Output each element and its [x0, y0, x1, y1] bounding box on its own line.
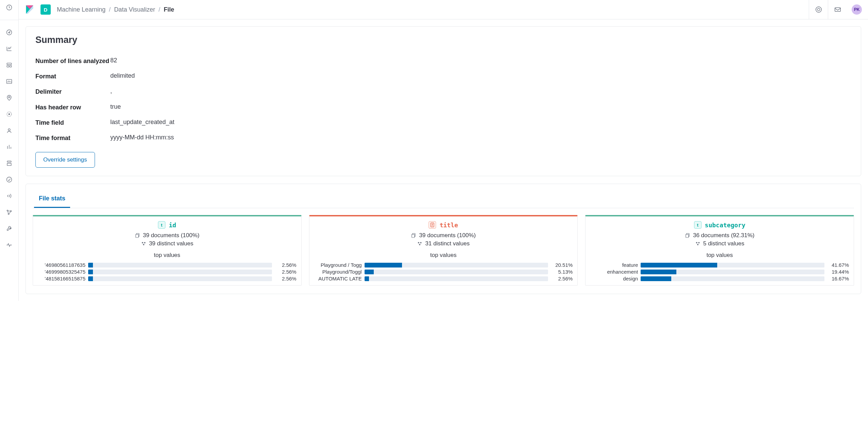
svg-point-27	[420, 242, 422, 243]
field-type-text-icon	[429, 221, 436, 229]
field-card-header: title	[314, 221, 573, 229]
svg-rect-30	[686, 234, 689, 238]
clock-icon[interactable]	[5, 3, 13, 12]
field-name: title	[439, 222, 458, 229]
field-card-header: tsubcategory	[590, 221, 849, 229]
summary-row: Number of lines analyzed82	[35, 54, 851, 69]
summary-label: Format	[35, 72, 110, 81]
top-value-bar	[365, 270, 548, 274]
map-pin-icon[interactable]	[5, 94, 13, 102]
summary-label: Time field	[35, 119, 110, 127]
top-value-bar	[641, 270, 824, 274]
breadcrumb-item[interactable]: Machine Learning	[57, 6, 106, 13]
top-values-heading: top values	[590, 252, 849, 259]
line-chart-icon[interactable]	[5, 45, 13, 53]
graph-icon[interactable]	[5, 208, 13, 216]
override-settings-button[interactable]: Override settings	[35, 152, 95, 168]
field-card-header: tid	[38, 221, 296, 229]
top-value-percent: 2.56%	[551, 276, 573, 281]
top-value-bar	[641, 263, 824, 268]
top-value-percent: 5.13%	[551, 269, 573, 275]
documents-count: 36 documents (92.31%)	[590, 232, 849, 239]
top-value-label: enhancement	[590, 269, 638, 275]
field-name: subcategory	[705, 222, 745, 229]
top-value-row: enhancement19.44%	[590, 269, 849, 275]
summary-value: delimited	[110, 72, 135, 79]
app-badge[interactable]: D	[41, 4, 51, 15]
user-icon[interactable]	[5, 126, 13, 135]
logs-icon[interactable]	[5, 159, 13, 167]
summary-value: 82	[110, 57, 117, 64]
top-value-label: AUTOMATIC LATE	[314, 276, 362, 281]
top-value-row: '469805611876352.56%	[38, 262, 296, 268]
breadcrumb-separator: /	[109, 6, 111, 13]
top-value-percent: 2.56%	[275, 276, 296, 281]
metrics-icon[interactable]	[5, 143, 13, 151]
svg-point-1	[7, 30, 12, 35]
summary-label: Delimiter	[35, 88, 110, 96]
top-value-row: '481581665158752.56%	[38, 276, 296, 281]
summary-row: Time fieldlast_update_created_at	[35, 115, 851, 131]
top-value-percent: 16.67%	[827, 276, 849, 281]
top-value-row: '469998053254752.56%	[38, 269, 296, 275]
ml-icon[interactable]	[5, 110, 13, 118]
svg-rect-10	[7, 161, 11, 162]
field-name: id	[169, 222, 176, 229]
distinct-count: 39 distinct values	[38, 240, 296, 247]
top-value-bar	[88, 276, 272, 281]
svg-point-12	[7, 210, 8, 211]
field-card[interactable]: tsubcategory36 documents (92.31%)5 disti…	[585, 215, 854, 286]
distinct-count: 5 distinct values	[590, 240, 849, 247]
summary-value: ,	[110, 88, 112, 95]
bar-chart-icon[interactable]	[5, 77, 13, 86]
mail-icon[interactable]	[828, 0, 847, 19]
summary-row: Has header rowtrue	[35, 100, 851, 115]
avatar[interactable]: PK	[852, 4, 862, 15]
field-card[interactable]: tid39 documents (100%)39 distinct values…	[33, 215, 302, 286]
top-value-percent: 19.44%	[827, 269, 849, 275]
devtools-icon[interactable]	[5, 225, 13, 233]
dashboard-icon[interactable]	[5, 61, 13, 69]
top-value-bar	[88, 263, 272, 268]
top-value-label: Playground/Toggl	[314, 269, 362, 275]
sidebar-divider	[0, 20, 18, 20]
summary-row: Time formatyyyy-MM-dd HH:mm:ss	[35, 131, 851, 146]
summary-label: Number of lines analyzed	[35, 57, 110, 65]
svg-point-13	[10, 211, 11, 212]
svg-point-32	[698, 242, 700, 243]
svg-rect-4	[10, 65, 12, 67]
top-value-label: feature	[590, 262, 638, 268]
top-value-row: AUTOMATIC LATE2.56%	[314, 276, 573, 281]
field-type-keyword-icon: t	[694, 221, 702, 229]
help-icon[interactable]	[809, 0, 828, 19]
svg-point-26	[418, 242, 419, 243]
summary-panel: Summary Number of lines analyzed82Format…	[26, 26, 861, 176]
top-values-heading: top values	[38, 252, 296, 259]
kibana-logo-icon[interactable]	[25, 5, 34, 14]
top-value-label: Playground / Togg	[314, 262, 362, 268]
distinct-count: 31 distinct values	[314, 240, 573, 247]
svg-point-28	[419, 244, 420, 245]
waves-icon[interactable]	[5, 192, 13, 200]
breadcrumb: Machine Learning / Data Visualizer / Fil…	[57, 6, 174, 13]
summary-value: last_update_created_at	[110, 119, 174, 126]
top-value-label: '46999805325475	[38, 269, 85, 275]
top-value-bar	[88, 270, 272, 274]
svg-point-6	[9, 96, 10, 98]
top-value-row: Playground/Toggl5.13%	[314, 269, 573, 275]
top-value-label: design	[590, 276, 638, 281]
svg-point-33	[697, 244, 698, 245]
uptime-icon[interactable]	[5, 175, 13, 184]
field-card[interactable]: title39 documents (100%)31 distinct valu…	[309, 215, 578, 286]
file-stats-panel: File stats tid39 documents (100%)39 dist…	[26, 184, 861, 294]
breadcrumb-current: File	[164, 6, 174, 13]
heartbeat-icon[interactable]	[5, 241, 13, 249]
documents-count: 39 documents (100%)	[38, 232, 296, 239]
breadcrumb-item[interactable]: Data Visualizer	[114, 6, 155, 13]
tabs: File stats	[33, 190, 854, 208]
tab-file-stats[interactable]: File stats	[34, 190, 70, 208]
compass-icon[interactable]	[5, 28, 13, 36]
field-type-keyword-icon: t	[158, 221, 165, 229]
svg-rect-19	[135, 234, 138, 238]
documents-count: 39 documents (100%)	[314, 232, 573, 239]
